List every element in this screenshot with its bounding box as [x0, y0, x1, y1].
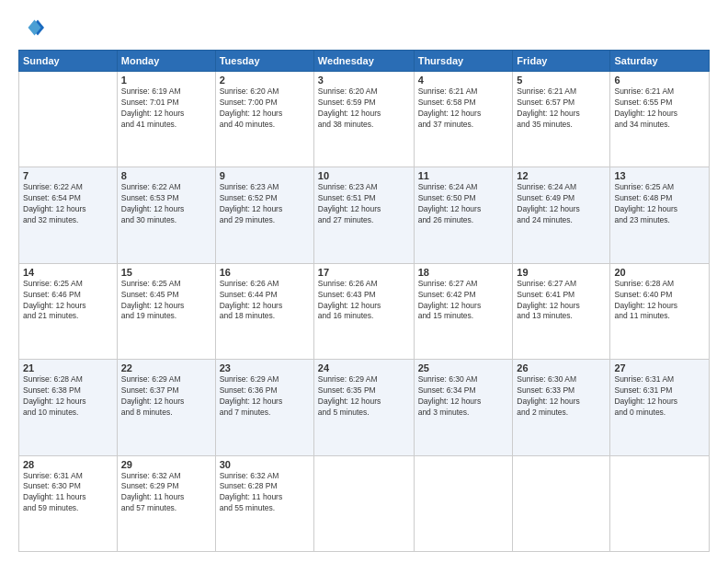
calendar-cell: 5Sunrise: 6:21 AMSunset: 6:57 PMDaylight… [513, 72, 610, 167]
day-info: Sunrise: 6:23 AMSunset: 6:52 PMDaylight:… [220, 182, 310, 226]
logo-icon [18, 15, 44, 40]
calendar-cell: 29Sunrise: 6:32 AMSunset: 6:29 PMDayligh… [117, 455, 215, 551]
day-info: Sunrise: 6:21 AMSunset: 6:55 PMDaylight:… [614, 86, 705, 131]
calendar-cell: 11Sunrise: 6:24 AMSunset: 6:50 PMDayligh… [414, 167, 513, 263]
column-header-saturday: Saturday [610, 51, 710, 72]
day-number: 16 [220, 267, 310, 278]
calendar-cell: 19Sunrise: 6:27 AMSunset: 6:41 PMDayligh… [513, 263, 610, 359]
day-number: 6 [614, 75, 705, 86]
day-number: 11 [418, 170, 509, 181]
day-info: Sunrise: 6:24 AMSunset: 6:50 PMDaylight:… [418, 182, 509, 226]
column-header-monday: Monday [117, 51, 215, 72]
day-info: Sunrise: 6:21 AMSunset: 6:58 PMDaylight:… [418, 86, 509, 131]
day-info: Sunrise: 6:27 AMSunset: 6:42 PMDaylight:… [418, 279, 509, 323]
day-info: Sunrise: 6:25 AMSunset: 6:45 PMDaylight:… [121, 279, 211, 323]
calendar-cell: 2Sunrise: 6:20 AMSunset: 7:00 PMDaylight… [215, 72, 313, 167]
day-info: Sunrise: 6:27 AMSunset: 6:41 PMDaylight:… [517, 279, 606, 323]
day-info: Sunrise: 6:30 AMSunset: 6:34 PMDaylight:… [418, 374, 509, 419]
day-number: 4 [418, 75, 509, 86]
day-info: Sunrise: 6:29 AMSunset: 6:37 PMDaylight:… [121, 374, 211, 419]
day-number: 15 [121, 267, 211, 278]
day-number: 7 [23, 170, 113, 181]
day-number: 21 [23, 362, 113, 373]
day-info: Sunrise: 6:25 AMSunset: 6:46 PMDaylight:… [23, 279, 113, 323]
day-number: 5 [517, 75, 606, 86]
calendar-cell: 13Sunrise: 6:25 AMSunset: 6:48 PMDayligh… [610, 167, 710, 263]
calendar-cell: 26Sunrise: 6:30 AMSunset: 6:33 PMDayligh… [513, 360, 610, 455]
day-number: 14 [23, 267, 113, 278]
calendar-cell: 1Sunrise: 6:19 AMSunset: 7:01 PMDaylight… [117, 72, 215, 167]
day-number: 1 [121, 75, 211, 86]
calendar-cell: 24Sunrise: 6:29 AMSunset: 6:35 PMDayligh… [313, 360, 414, 455]
calendar-cell: 27Sunrise: 6:31 AMSunset: 6:31 PMDayligh… [610, 360, 710, 455]
calendar-cell: 7Sunrise: 6:22 AMSunset: 6:54 PMDaylight… [19, 167, 118, 263]
calendar-cell: 18Sunrise: 6:27 AMSunset: 6:42 PMDayligh… [414, 263, 513, 359]
day-number: 29 [121, 459, 211, 470]
calendar-cell: 25Sunrise: 6:30 AMSunset: 6:34 PMDayligh… [414, 360, 513, 455]
day-info: Sunrise: 6:32 AMSunset: 6:28 PMDaylight:… [220, 471, 310, 515]
calendar-cell [414, 455, 513, 551]
day-info: Sunrise: 6:30 AMSunset: 6:33 PMDaylight:… [517, 374, 606, 419]
day-number: 25 [418, 362, 509, 373]
day-info: Sunrise: 6:28 AMSunset: 6:38 PMDaylight:… [23, 374, 113, 419]
day-info: Sunrise: 6:29 AMSunset: 6:35 PMDaylight:… [318, 374, 410, 419]
calendar-cell: 10Sunrise: 6:23 AMSunset: 6:51 PMDayligh… [313, 167, 414, 263]
calendar-cell: 21Sunrise: 6:28 AMSunset: 6:38 PMDayligh… [19, 360, 118, 455]
day-number: 20 [614, 267, 705, 278]
calendar-cell [313, 455, 414, 551]
day-number: 18 [418, 267, 509, 278]
day-info: Sunrise: 6:22 AMSunset: 6:54 PMDaylight:… [23, 182, 113, 226]
calendar-cell: 6Sunrise: 6:21 AMSunset: 6:55 PMDaylight… [610, 72, 710, 167]
calendar-cell: 30Sunrise: 6:32 AMSunset: 6:28 PMDayligh… [215, 455, 313, 551]
column-header-sunday: Sunday [19, 51, 118, 72]
day-number: 28 [23, 459, 113, 470]
calendar-cell [610, 455, 710, 551]
calendar-week-3: 14Sunrise: 6:25 AMSunset: 6:46 PMDayligh… [19, 263, 710, 359]
day-number: 9 [220, 170, 310, 181]
calendar-cell: 28Sunrise: 6:31 AMSunset: 6:30 PMDayligh… [19, 455, 118, 551]
calendar-cell: 20Sunrise: 6:28 AMSunset: 6:40 PMDayligh… [610, 263, 710, 359]
day-number: 30 [220, 459, 310, 470]
day-info: Sunrise: 6:31 AMSunset: 6:30 PMDaylight:… [23, 471, 113, 515]
day-number: 27 [614, 362, 705, 373]
day-info: Sunrise: 6:28 AMSunset: 6:40 PMDaylight:… [614, 279, 705, 323]
calendar-cell: 12Sunrise: 6:24 AMSunset: 6:49 PMDayligh… [513, 167, 610, 263]
day-number: 19 [517, 267, 606, 278]
day-info: Sunrise: 6:26 AMSunset: 6:44 PMDaylight:… [220, 279, 310, 323]
calendar-cell: 16Sunrise: 6:26 AMSunset: 6:44 PMDayligh… [215, 263, 313, 359]
day-info: Sunrise: 6:20 AMSunset: 6:59 PMDaylight:… [318, 86, 410, 131]
calendar-cell: 8Sunrise: 6:22 AMSunset: 6:53 PMDaylight… [117, 167, 215, 263]
calendar-cell: 9Sunrise: 6:23 AMSunset: 6:52 PMDaylight… [215, 167, 313, 263]
column-header-tuesday: Tuesday [215, 51, 313, 72]
logo [18, 15, 46, 40]
column-header-friday: Friday [513, 51, 610, 72]
calendar-cell [513, 455, 610, 551]
day-info: Sunrise: 6:24 AMSunset: 6:49 PMDaylight:… [517, 182, 606, 226]
day-number: 22 [121, 362, 211, 373]
day-number: 24 [318, 362, 410, 373]
calendar-week-5: 28Sunrise: 6:31 AMSunset: 6:30 PMDayligh… [19, 455, 710, 551]
day-number: 12 [517, 170, 606, 181]
day-info: Sunrise: 6:29 AMSunset: 6:36 PMDaylight:… [220, 374, 310, 419]
calendar-week-2: 7Sunrise: 6:22 AMSunset: 6:54 PMDaylight… [19, 167, 710, 263]
day-info: Sunrise: 6:32 AMSunset: 6:29 PMDaylight:… [121, 471, 211, 515]
day-info: Sunrise: 6:22 AMSunset: 6:53 PMDaylight:… [121, 182, 211, 226]
day-info: Sunrise: 6:21 AMSunset: 6:57 PMDaylight:… [517, 86, 606, 131]
day-info: Sunrise: 6:31 AMSunset: 6:31 PMDaylight:… [614, 374, 705, 419]
day-info: Sunrise: 6:23 AMSunset: 6:51 PMDaylight:… [318, 182, 410, 226]
day-number: 23 [220, 362, 310, 373]
calendar-cell: 17Sunrise: 6:26 AMSunset: 6:43 PMDayligh… [313, 263, 414, 359]
day-number: 2 [220, 75, 310, 86]
calendar-cell: 23Sunrise: 6:29 AMSunset: 6:36 PMDayligh… [215, 360, 313, 455]
calendar-cell: 14Sunrise: 6:25 AMSunset: 6:46 PMDayligh… [19, 263, 118, 359]
header [18, 15, 710, 40]
day-info: Sunrise: 6:25 AMSunset: 6:48 PMDaylight:… [614, 182, 705, 226]
calendar-week-4: 21Sunrise: 6:28 AMSunset: 6:38 PMDayligh… [19, 360, 710, 455]
calendar-cell: 15Sunrise: 6:25 AMSunset: 6:45 PMDayligh… [117, 263, 215, 359]
calendar-cell: 22Sunrise: 6:29 AMSunset: 6:37 PMDayligh… [117, 360, 215, 455]
calendar-table: SundayMondayTuesdayWednesdayThursdayFrid… [18, 50, 710, 552]
page: SundayMondayTuesdayWednesdayThursdayFrid… [0, 0, 728, 563]
day-info: Sunrise: 6:26 AMSunset: 6:43 PMDaylight:… [318, 279, 410, 323]
calendar-header-row: SundayMondayTuesdayWednesdayThursdayFrid… [19, 51, 710, 72]
day-number: 3 [318, 75, 410, 86]
